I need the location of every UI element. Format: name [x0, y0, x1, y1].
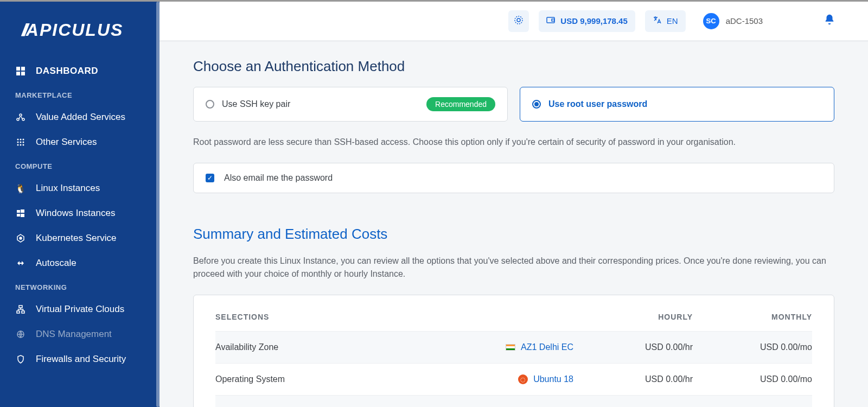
svg-point-7: [17, 139, 19, 141]
sidebar-item-autoscale[interactable]: Autoscale: [0, 251, 159, 276]
row-monthly: USD 0.00/mo: [693, 374, 812, 384]
brand-logo: //APICULUS: [0, 2, 159, 59]
vpc-icon: [15, 305, 26, 314]
services-icon: [15, 113, 26, 122]
svg-rect-1: [21, 67, 25, 71]
balance-chip[interactable]: USD 9,999,178.45: [539, 10, 635, 32]
sidebar-item-label: Other Services: [36, 137, 97, 148]
summary-table: SELECTIONS HOURLY MONTHLY Availability Z…: [193, 295, 834, 407]
sidebar-item-label: DNS Management: [36, 329, 112, 340]
svg-point-10: [17, 142, 19, 143]
svg-rect-22: [19, 306, 22, 308]
sidebar-item-dns-management[interactable]: DNS Management: [0, 322, 159, 347]
recommended-badge: Recommended: [426, 97, 495, 111]
linux-icon: 🐧: [15, 183, 26, 194]
checkbox-checked-icon: ✓: [206, 174, 214, 182]
sidebar-item-label: Windows Instances: [36, 208, 115, 219]
autoscale-icon: [15, 259, 26, 268]
svg-point-27: [517, 18, 520, 22]
sidebar-item-label: Linux Instances: [36, 183, 100, 194]
account-name: aDC-1503: [726, 16, 763, 26]
auth-method-group: Use SSH key pair Recommended Use root us…: [193, 87, 834, 122]
sidebar-item-kubernetes-service[interactable]: Kubernetes Service: [0, 226, 159, 251]
svg-point-6: [20, 114, 22, 116]
svg-rect-18: [17, 214, 20, 217]
svg-point-12: [23, 142, 24, 143]
topbar: USD 9,999,178.45 EN SC aDC-1503: [159, 2, 868, 42]
row-monthly: USD 0.00/mo: [693, 342, 812, 352]
sidebar-item-label: Autoscale: [36, 258, 76, 269]
translate-icon: [653, 16, 661, 27]
summary-row-az: Availability Zone AZ1 Delhi EC USD 0.00/…: [215, 331, 812, 363]
language-value: EN: [667, 16, 678, 26]
sidebar-group-compute: COMPUTE: [0, 155, 159, 176]
svg-point-26: [515, 16, 522, 24]
flag-india-icon: [506, 344, 515, 351]
content-scroll[interactable]: Choose an Authentication Method Use SSH …: [159, 42, 868, 407]
svg-rect-23: [17, 311, 20, 313]
svg-point-21: [20, 237, 22, 239]
balance-value: USD 9,999,178.45: [560, 16, 627, 26]
row-label: Operating System: [215, 374, 367, 384]
sidebar-item-label: Virtual Private Clouds: [36, 304, 124, 315]
globe-button[interactable]: [508, 10, 529, 32]
email-password-label: Also email me the password: [224, 173, 333, 183]
summary-row-os: Operating System ◌ Ubuntu 18 USD 0.00/hr…: [215, 363, 812, 395]
row-hourly: USD 0.00/hr: [573, 342, 693, 352]
summary-row-compute: Compute Pack Compute Intensive Small USD…: [215, 395, 812, 407]
windows-icon: [15, 209, 26, 217]
svg-rect-19: [21, 214, 24, 217]
row-value: ◌ Ubuntu 18: [367, 374, 573, 384]
sidebar-item-linux-instances[interactable]: 🐧 Linux Instances: [0, 176, 159, 201]
summary-section-title: Summary and Estimated Costs: [193, 226, 834, 243]
sidebar-item-vpc[interactable]: Virtual Private Clouds: [0, 297, 159, 322]
language-switcher[interactable]: EN: [645, 10, 686, 32]
globe-icon: [514, 15, 524, 27]
summary-intro: Before you create this Linux Instance, y…: [193, 255, 834, 281]
auth-root-option[interactable]: Use root user password: [520, 87, 834, 122]
svg-point-11: [20, 142, 22, 143]
auth-ssh-label: Use SSH key pair: [222, 99, 290, 109]
dashboard-icon: [15, 67, 26, 75]
sidebar-item-firewalls-security[interactable]: Firewalls and Security: [0, 347, 159, 372]
sidebar-group-marketplace: MARKETPLACE: [0, 84, 159, 105]
auth-ssh-option[interactable]: Use SSH key pair Recommended: [193, 87, 508, 122]
svg-rect-24: [22, 311, 24, 313]
svg-point-15: [23, 144, 24, 146]
summary-header-row: SELECTIONS HOURLY MONTHLY: [215, 313, 812, 331]
svg-rect-17: [21, 209, 24, 213]
auth-root-hint: Root password are less secure than SSH-b…: [193, 136, 834, 149]
svg-rect-28: [547, 17, 554, 23]
sidebar-item-dashboard[interactable]: DASHBOARD: [0, 59, 159, 84]
svg-point-13: [17, 144, 19, 146]
auth-root-label: Use root user password: [548, 99, 647, 109]
col-hourly: HOURLY: [573, 313, 693, 321]
row-hourly: USD 0.00/hr: [573, 374, 693, 384]
main: USD 9,999,178.45 EN SC aDC-1503 Choose a…: [159, 2, 868, 407]
bell-icon: [824, 15, 835, 28]
radio-selected-icon: [532, 100, 541, 109]
kubernetes-icon: [15, 234, 26, 243]
svg-rect-3: [21, 72, 25, 75]
svg-point-8: [20, 139, 22, 141]
sidebar-item-other-services[interactable]: Other Services: [0, 130, 159, 155]
sidebar-group-networking: NETWORKING: [0, 276, 159, 297]
avatar: SC: [703, 13, 719, 29]
svg-rect-16: [17, 210, 20, 213]
notifications-button[interactable]: [824, 14, 835, 29]
ubuntu-icon: ◌: [518, 374, 528, 384]
row-value: AZ1 Delhi EC: [367, 342, 573, 352]
grid-icon: [15, 138, 26, 146]
sidebar-item-label: Firewalls and Security: [36, 354, 126, 365]
col-selections: SELECTIONS: [215, 313, 367, 321]
sidebar-item-windows-instances[interactable]: Windows Instances: [0, 201, 159, 226]
sidebar-item-label: Kubernetes Service: [36, 233, 116, 244]
sidebar: //APICULUS DASHBOARD MARKETPLACE Value A…: [0, 2, 159, 407]
svg-rect-2: [16, 72, 20, 75]
sidebar-item-value-added-services[interactable]: Value Added Services: [0, 105, 159, 130]
svg-rect-29: [552, 19, 554, 21]
email-password-option[interactable]: ✓ Also email me the password: [193, 163, 834, 193]
svg-point-9: [23, 139, 24, 141]
dns-icon: [15, 330, 26, 339]
account-chip[interactable]: SC aDC-1503: [695, 10, 770, 32]
